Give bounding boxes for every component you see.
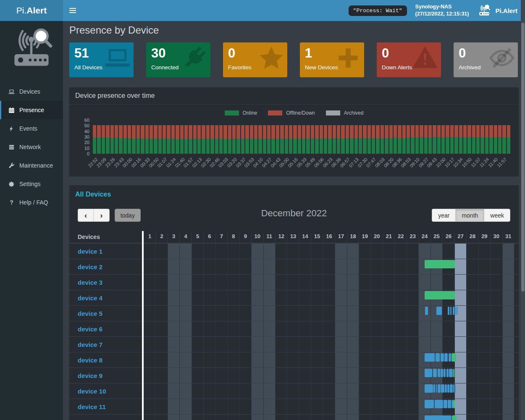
device-name-link[interactable]: device 2 — [78, 263, 102, 270]
device-name-link[interactable]: device 10 — [78, 388, 106, 395]
calendar-toolbar: ‹ › today December 2022 year month week — [78, 209, 510, 222]
session-presence-bar[interactable] — [425, 307, 428, 315]
session-presence-bar[interactable] — [449, 369, 453, 377]
online-presence-bar[interactable] — [425, 291, 455, 299]
sidebar-item-label: Events — [19, 125, 37, 132]
device-name-link[interactable]: device 6 — [78, 326, 102, 333]
device-name-link[interactable]: device 11 — [78, 403, 106, 410]
session-presence-bar[interactable] — [435, 400, 443, 408]
session-presence-bar[interactable] — [455, 307, 456, 315]
session-presence-bar[interactable] — [441, 384, 444, 393]
session-presence-bar[interactable] — [441, 369, 443, 377]
session-presence-bar[interactable] — [433, 369, 437, 377]
session-presence-bar[interactable] — [447, 384, 449, 393]
router-scan-icon — [8, 27, 55, 71]
session-presence-bar[interactable] — [436, 353, 440, 362]
online-segment — [411, 137, 414, 154]
online-segment — [171, 139, 175, 154]
online-segment — [263, 139, 266, 154]
stacked-bars — [93, 120, 510, 154]
online-presence-bar[interactable] — [452, 353, 456, 362]
device-name-link[interactable]: device 8 — [78, 357, 102, 364]
vertical-scrollbar[interactable] — [521, 0, 525, 420]
session-presence-bar[interactable] — [449, 353, 451, 362]
session-presence-bar[interactable] — [450, 384, 453, 393]
session-presence-bar[interactable] — [436, 384, 437, 393]
device-name-link[interactable]: device 4 — [78, 294, 102, 302]
sidebar-item-events[interactable]: Events — [0, 119, 63, 138]
session-presence-bar[interactable] — [445, 384, 447, 393]
sidebar-menu: Devices Presence Events Network Maintena… — [0, 82, 63, 212]
device-name-link[interactable]: device 7 — [78, 341, 102, 348]
infobox-new-devices[interactable]: 1 New Devices — [300, 42, 364, 77]
sidebar-item-maintenance[interactable]: Maintenance — [0, 156, 63, 175]
online-segment — [150, 139, 153, 154]
sidebar-item-label: Network — [19, 144, 41, 150]
offline-segment — [333, 125, 336, 138]
chart-bar — [311, 120, 314, 154]
view-year-button[interactable]: year — [432, 209, 455, 222]
session-presence-bar[interactable] — [446, 369, 449, 377]
session-presence-bar[interactable] — [425, 369, 432, 377]
legend-item: Offline/Down — [268, 110, 315, 116]
infobox-all-devices[interactable]: 51 All Devices — [69, 42, 134, 77]
scrollbar-thumb[interactable] — [521, 23, 525, 291]
session-presence-bar[interactable] — [444, 369, 446, 377]
infobox-down-alerts[interactable]: 0 Down Alerts — [377, 42, 441, 77]
sidebar-item-presence[interactable]: Presence — [0, 101, 63, 119]
x-tick-label: 11:57 — [496, 157, 507, 168]
sidebar-toggle-button[interactable] — [63, 0, 82, 21]
navbar-right: "Process: Wait" Synology-NAS (27/12/2022… — [349, 0, 517, 21]
session-presence-bar[interactable] — [425, 384, 433, 393]
infobox-favorites[interactable]: 0 Favorites — [223, 42, 287, 77]
online-segment — [389, 138, 393, 154]
sidebar-item-network[interactable]: Network — [0, 138, 63, 156]
session-presence-bar[interactable] — [456, 307, 458, 315]
session-presence-bar[interactable] — [425, 353, 435, 362]
view-month-button[interactable]: month — [455, 209, 484, 222]
sidebar-item-settings[interactable]: Settings — [0, 175, 63, 193]
session-presence-bar[interactable] — [441, 353, 444, 362]
device-name-link[interactable]: device 5 — [78, 310, 102, 317]
device-name-link[interactable]: device 3 — [78, 279, 102, 286]
sidebar-item-help[interactable]: ? Help / FAQ — [0, 193, 63, 212]
online-presence-bar[interactable] — [452, 415, 457, 420]
online-presence-bar[interactable] — [453, 400, 455, 408]
session-presence-bar[interactable] — [433, 384, 435, 393]
offline-segment — [163, 125, 166, 139]
devices-column-header: Devices — [78, 234, 100, 240]
day-header-cell: 12 — [275, 233, 287, 243]
session-presence-bar[interactable] — [452, 400, 453, 408]
session-presence-bar[interactable] — [425, 415, 452, 420]
chart-bar — [415, 120, 419, 154]
chart-bar — [285, 120, 288, 154]
device-name-link[interactable]: device 12 — [78, 419, 106, 420]
online-segment — [236, 139, 240, 154]
offline-segment — [167, 125, 170, 139]
session-presence-bar[interactable] — [438, 369, 440, 377]
sidebar-item-devices[interactable]: Devices — [0, 82, 63, 101]
online-presence-bar[interactable] — [425, 260, 455, 268]
session-presence-bar[interactable] — [438, 384, 441, 393]
online-segment — [289, 139, 292, 154]
brand-logo[interactable]: Pi.Alert — [0, 0, 63, 21]
session-presence-bar[interactable] — [453, 307, 454, 315]
session-presence-bar[interactable] — [444, 353, 448, 362]
online-segment — [176, 139, 179, 154]
online-segment — [333, 138, 336, 154]
session-presence-bar[interactable] — [448, 400, 451, 408]
session-presence-bar[interactable] — [436, 307, 442, 315]
session-presence-bar[interactable] — [453, 384, 454, 393]
device-name-link[interactable]: device 1 — [78, 248, 102, 255]
infobox-archived[interactable]: 0 Archived — [454, 42, 518, 77]
session-presence-bar[interactable] — [425, 400, 434, 408]
view-week-button[interactable]: week — [484, 209, 510, 222]
device-name-link[interactable]: device 9 — [78, 372, 102, 379]
online-presence-bar[interactable] — [453, 369, 454, 377]
session-presence-bar[interactable] — [448, 307, 449, 315]
brand-prefix: Pi. — [16, 5, 27, 16]
session-presence-bar[interactable] — [450, 307, 452, 315]
infobox-connected[interactable]: 30 Connected — [146, 42, 210, 77]
session-presence-bar[interactable] — [444, 400, 447, 408]
session-presence-bar[interactable] — [455, 384, 456, 393]
